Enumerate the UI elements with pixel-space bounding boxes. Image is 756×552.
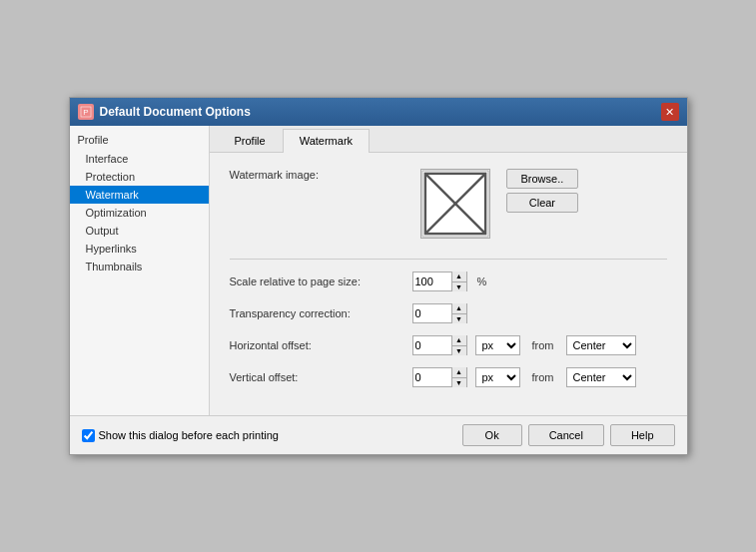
tabs: Profile Watermark xyxy=(210,126,687,153)
sidebar-item-optimization[interactable]: Optimization xyxy=(70,204,209,222)
vertical-position-select[interactable]: Center Top Bottom xyxy=(566,367,636,387)
scale-unit: % xyxy=(477,276,487,287)
vertical-label: Vertical offset: xyxy=(230,371,404,383)
sidebar-item-thumbnails[interactable]: Thumbnails xyxy=(70,258,209,276)
vertical-input[interactable] xyxy=(413,368,451,386)
watermark-image-row: Watermark image: Browse.. C xyxy=(230,169,667,239)
vertical-unit-select[interactable]: px mm in % xyxy=(475,367,520,387)
app-icon: P xyxy=(78,104,94,120)
show-dialog-label: Show this dialog before each printing xyxy=(99,429,279,441)
sidebar: Profile Interface Protection Watermark O… xyxy=(70,126,210,415)
checkbox-row: Show this dialog before each printing xyxy=(82,429,279,442)
watermark-image-label: Watermark image: xyxy=(230,169,404,181)
horizontal-from-label: from xyxy=(532,339,554,351)
cancel-button[interactable]: Cancel xyxy=(528,424,604,446)
vertical-row: Vertical offset: ▲ ▼ px mm in % xyxy=(230,367,667,387)
horizontal-unit-select[interactable]: px mm in % xyxy=(475,335,520,355)
horizontal-input[interactable] xyxy=(413,336,451,354)
watermark-preview xyxy=(420,169,490,239)
dialog-title: Default Document Options xyxy=(100,105,251,119)
transparency-input-group: ▲ ▼ xyxy=(412,303,467,323)
sidebar-item-hyperlinks[interactable]: Hyperlinks xyxy=(70,240,209,258)
sidebar-item-interface[interactable]: Interface xyxy=(70,150,209,168)
horizontal-spin-up[interactable]: ▲ xyxy=(452,335,466,346)
scale-input-group: ▲ ▼ xyxy=(412,272,467,291)
dialog-footer: Show this dialog before each printing Ok… xyxy=(70,415,687,454)
sidebar-header: Profile xyxy=(70,130,209,150)
scale-input[interactable] xyxy=(413,273,451,290)
transparency-label: Transparency correction: xyxy=(230,307,404,319)
tab-profile[interactable]: Profile xyxy=(218,129,283,152)
transparency-spin-buttons: ▲ ▼ xyxy=(451,303,466,323)
horizontal-input-group: ▲ ▼ xyxy=(412,335,467,355)
scale-label: Scale relative to page size: xyxy=(230,276,404,287)
sidebar-item-watermark[interactable]: Watermark xyxy=(70,186,209,204)
help-button[interactable]: Help xyxy=(610,424,675,446)
vertical-input-group: ▲ ▼ xyxy=(412,367,467,387)
dialog-body: Profile Interface Protection Watermark O… xyxy=(70,126,687,415)
ok-button[interactable]: Ok xyxy=(462,424,522,446)
horizontal-position-select[interactable]: Center Left Right xyxy=(566,335,636,355)
browse-button[interactable]: Browse.. xyxy=(506,169,579,189)
transparency-row: Transparency correction: ▲ ▼ xyxy=(230,303,667,323)
sidebar-item-protection[interactable]: Protection xyxy=(70,168,209,186)
vertical-spin-down[interactable]: ▼ xyxy=(452,378,466,388)
tab-watermark[interactable]: Watermark xyxy=(283,129,370,153)
vertical-from-label: from xyxy=(532,371,554,383)
tab-content: Watermark image: Browse.. C xyxy=(210,153,687,415)
transparency-spin-down[interactable]: ▼ xyxy=(452,314,466,324)
separator-1 xyxy=(230,259,667,260)
horizontal-label: Horizontal offset: xyxy=(230,339,404,351)
footer-buttons: Ok Cancel Help xyxy=(462,424,675,446)
scale-row: Scale relative to page size: ▲ ▼ % xyxy=(230,272,667,291)
scale-spin-up[interactable]: ▲ xyxy=(452,272,466,282)
title-bar: P Default Document Options ✕ xyxy=(70,98,687,126)
transparency-spin-up[interactable]: ▲ xyxy=(452,303,466,314)
sidebar-item-output[interactable]: Output xyxy=(70,222,209,240)
scale-spin-down[interactable]: ▼ xyxy=(452,282,466,292)
transparency-input[interactable] xyxy=(413,304,451,322)
horizontal-spin-down[interactable]: ▼ xyxy=(452,346,466,356)
horizontal-row: Horizontal offset: ▲ ▼ px mm in % xyxy=(230,335,667,355)
scale-spin-buttons: ▲ ▼ xyxy=(451,272,466,291)
vertical-spin-up[interactable]: ▲ xyxy=(452,367,466,378)
title-bar-left: P Default Document Options xyxy=(78,104,251,120)
watermark-buttons: Browse.. Clear xyxy=(506,169,579,213)
vertical-spin-buttons: ▲ ▼ xyxy=(451,367,466,387)
main-content: Profile Watermark Watermark image: xyxy=(210,126,687,415)
show-dialog-checkbox[interactable] xyxy=(82,429,95,442)
clear-button[interactable]: Clear xyxy=(506,193,579,213)
horizontal-spin-buttons: ▲ ▼ xyxy=(451,335,466,355)
svg-text:P: P xyxy=(83,108,88,117)
close-button[interactable]: ✕ xyxy=(661,103,679,121)
dialog-window: P Default Document Options ✕ Profile Int… xyxy=(69,97,688,455)
